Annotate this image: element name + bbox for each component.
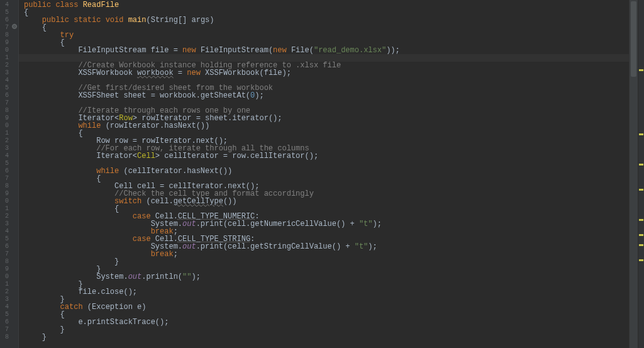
- keyword: void: [106, 16, 124, 25]
- keyword: static: [74, 16, 101, 25]
- method-name: main: [128, 16, 147, 25]
- keyword: break: [151, 250, 174, 259]
- line-number[interactable]: 8: [0, 107, 11, 115]
- brace: }: [42, 333, 47, 342]
- generic: Cell: [137, 152, 155, 160]
- breakpoint-gutter[interactable]: [11, 0, 19, 348]
- keyword: new: [182, 46, 196, 55]
- line-number[interactable]: 8: [0, 258, 11, 266]
- brace: {: [24, 8, 28, 17]
- string: "read_demo.xlsx": [314, 46, 386, 55]
- string: "t": [359, 220, 373, 228]
- type: XSSFSheet: [78, 91, 119, 100]
- line-number[interactable]: 8: [0, 31, 11, 39]
- line-number[interactable]: 7: [0, 250, 11, 258]
- line-number[interactable]: 5: [0, 9, 11, 16]
- line-number[interactable]: 5: [0, 311, 11, 318]
- line-number[interactable]: 2: [0, 288, 11, 296]
- brace: }: [114, 257, 119, 266]
- line-number[interactable]: 0: [0, 198, 11, 205]
- warning-mark[interactable]: [639, 69, 643, 71]
- line-number-gutter[interactable]: 4567890123456789012345678901234567890123…: [0, 0, 11, 348]
- line-number[interactable]: 0: [0, 273, 11, 281]
- line-number[interactable]: 9: [0, 190, 11, 198]
- line-number[interactable]: 5: [0, 235, 11, 243]
- warning-mark[interactable]: [639, 219, 643, 221]
- line-number[interactable]: 6: [0, 167, 11, 175]
- line-number[interactable]: 3: [0, 145, 11, 152]
- brace: {: [78, 129, 82, 138]
- line-number[interactable]: 2: [0, 137, 11, 145]
- line-number[interactable]: 3: [0, 220, 11, 228]
- line-number[interactable]: 6: [0, 318, 11, 326]
- line-number[interactable]: 7: [0, 175, 11, 182]
- line-number[interactable]: 4: [0, 1, 11, 9]
- keyword: new: [187, 69, 201, 77]
- warning-mark[interactable]: [639, 189, 643, 191]
- line-number[interactable]: 0: [0, 122, 11, 130]
- var-warn: workbook: [137, 69, 174, 77]
- warning-mark[interactable]: [639, 234, 643, 236]
- line-number[interactable]: 9: [0, 266, 11, 273]
- warning-mark[interactable]: [639, 259, 643, 261]
- gutter-marker-icon[interactable]: [12, 24, 17, 29]
- brace: {: [96, 174, 101, 183]
- brace: {: [42, 23, 47, 32]
- brace: {: [60, 38, 65, 47]
- vertical-scrollbar[interactable]: ▲: [629, 0, 638, 348]
- line-number[interactable]: 8: [0, 334, 11, 341]
- line-number[interactable]: 1: [0, 281, 11, 288]
- static-field: out: [182, 242, 196, 251]
- type: FileInputStream: [78, 46, 146, 55]
- line-number[interactable]: 2: [0, 62, 11, 69]
- scroll-thumb[interactable]: [631, 1, 636, 77]
- keyword: class: [55, 1, 78, 9]
- error-stripe[interactable]: [638, 0, 644, 348]
- static-field: out: [128, 272, 142, 281]
- var: file: [151, 46, 169, 55]
- line-number[interactable]: 4: [0, 303, 11, 311]
- line-number[interactable]: 9: [0, 115, 11, 122]
- static-field: out: [182, 220, 196, 228]
- type: XSSFWorkbook: [78, 69, 132, 77]
- brace: }: [60, 325, 65, 334]
- line-number[interactable]: 9: [0, 39, 11, 47]
- signature: (String[] args): [146, 16, 214, 25]
- deprecated: getCellType: [174, 197, 223, 206]
- class-name: ReadFile: [83, 1, 119, 9]
- line-number[interactable]: 1: [0, 54, 11, 62]
- line-number[interactable]: 4: [0, 228, 11, 235]
- line-number[interactable]: 6: [0, 92, 11, 99]
- string: "": [182, 272, 191, 281]
- warning-mark[interactable]: [639, 133, 643, 135]
- keyword: new: [273, 46, 287, 55]
- line-number[interactable]: 1: [0, 130, 11, 137]
- code-viewport[interactable]: public class ReadFile { public static vo…: [19, 0, 629, 348]
- brace: {: [60, 310, 65, 319]
- line-number[interactable]: 0: [0, 47, 11, 54]
- keyword: case: [133, 212, 151, 221]
- line-number[interactable]: 3: [0, 69, 11, 77]
- warning-mark[interactable]: [639, 244, 643, 246]
- string: "t": [355, 242, 369, 251]
- line-number[interactable]: 6: [0, 16, 11, 24]
- code-editor: 4567890123456789012345678901234567890123…: [0, 0, 644, 348]
- warning-mark[interactable]: [639, 164, 643, 166]
- line-number[interactable]: 5: [0, 84, 11, 92]
- line-number[interactable]: 8: [0, 182, 11, 190]
- line-number[interactable]: 1: [0, 205, 11, 213]
- line-number[interactable]: 4: [0, 152, 11, 160]
- line-number[interactable]: 3: [0, 296, 11, 303]
- line-number[interactable]: 4: [0, 77, 11, 84]
- keyword: case: [133, 235, 151, 244]
- brace: {: [114, 205, 119, 213]
- line-number[interactable]: 7: [0, 326, 11, 334]
- line-number[interactable]: 2: [0, 213, 11, 220]
- line-number[interactable]: 7: [0, 24, 11, 31]
- line-number[interactable]: 7: [0, 99, 11, 107]
- line-number[interactable]: 5: [0, 160, 11, 167]
- line-number[interactable]: 6: [0, 243, 11, 250]
- code-content[interactable]: public class ReadFile { public static vo…: [19, 0, 404, 342]
